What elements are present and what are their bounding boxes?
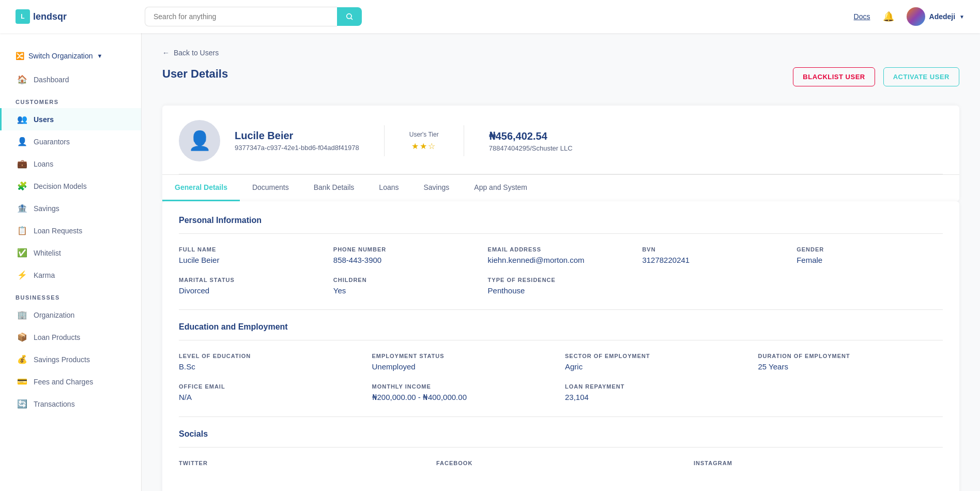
fees-charges-icon: 💳 <box>17 377 27 386</box>
sidebar-item-loan-requests[interactable]: 📋 Loan Requests <box>0 219 141 242</box>
tab-app-system[interactable]: App and System <box>462 175 540 201</box>
switch-org[interactable]: 🔀 Switch Organization ▼ <box>0 43 141 68</box>
info-value: Agric <box>565 362 750 371</box>
sidebar-item-users[interactable]: 👥 Users <box>0 108 141 130</box>
education-grid: LEVEL OF EDUCATION B.Sc EMPLOYMENT STATU… <box>179 353 943 402</box>
back-arrow-icon: ← <box>162 49 170 57</box>
svg-line-1 <box>351 18 353 20</box>
loan-requests-icon: 📋 <box>17 226 27 235</box>
avatar <box>907 7 925 26</box>
info-field-marital: MARITAL STATUS Divorced <box>179 277 325 295</box>
sidebar-item-organization[interactable]: 🏢 Organization <box>0 304 141 326</box>
tab-savings[interactable]: Savings <box>411 175 462 201</box>
switch-org-icon: 🔀 <box>16 52 24 60</box>
divider <box>384 125 385 156</box>
user-menu[interactable]: Adedeji ▼ <box>907 7 964 26</box>
sidebar-item-whitelist[interactable]: ✅ Whitelist <box>0 242 141 264</box>
sidebar-item-label: Fees and Charges <box>34 378 93 386</box>
info-value: N/A <box>179 393 364 401</box>
sidebar-item-karma[interactable]: ⚡ Karma <box>0 264 141 286</box>
info-label: MARITAL STATUS <box>179 277 325 283</box>
search-button[interactable] <box>337 7 362 26</box>
sidebar-item-savings[interactable]: 🏦 Savings <box>0 197 141 219</box>
sidebar-section-customers: CUSTOMERS <box>0 91 141 108</box>
info-label: GENDER <box>797 246 943 252</box>
balance-amount: ₦456,402.54 <box>489 130 573 142</box>
loan-products-icon: 📦 <box>17 332 27 342</box>
info-field-residence: TYPE OF RESIDENCE Penthouse <box>488 277 634 295</box>
sidebar-item-transactions[interactable]: 🔄 Transactions <box>0 393 141 415</box>
tier-stars: ★★☆ <box>409 141 439 151</box>
search-input[interactable] <box>145 7 337 26</box>
info-field-duration: DURATION OF EMPLOYMENT 25 Years <box>758 353 943 371</box>
logo: L lendsqr <box>16 9 119 24</box>
info-label: MONTHLY INCOME <box>372 383 557 390</box>
info-label: EMAIL ADDRESS <box>488 246 634 252</box>
sidebar-item-fees-charges[interactable]: 💳 Fees and Charges <box>0 370 141 393</box>
header-right: Docs 🔔 Adedeji ▼ <box>854 7 964 26</box>
info-field-twitter: TWITTER <box>179 460 428 469</box>
search-icon <box>345 12 354 21</box>
sidebar-item-label: Loans <box>34 160 53 168</box>
sidebar-item-guarantors[interactable]: 👤 Guarantors <box>0 130 141 153</box>
info-value: kiehn.kennedi@morton.com <box>488 256 634 264</box>
info-label: EMPLOYMENT STATUS <box>372 353 557 359</box>
sidebar-item-decision-models[interactable]: 🧩 Decision Models <box>0 175 141 197</box>
divider <box>464 125 464 156</box>
info-field-phone: PHONE NUMBER 858-443-3900 <box>333 246 480 264</box>
karma-icon: ⚡ <box>17 270 27 280</box>
sidebar-item-loan-products[interactable]: 📦 Loan Products <box>0 326 141 348</box>
savings-icon: 🏦 <box>17 203 27 213</box>
sidebar-item-label: Savings Products <box>34 355 90 364</box>
activate-user-button[interactable]: ACTIVATE USER <box>883 67 959 86</box>
sidebar-item-label: Loan Products <box>34 333 80 341</box>
info-field-income: MONTHLY INCOME ₦200,000.00 - ₦400,000.00 <box>372 383 557 402</box>
section-divider <box>179 416 943 417</box>
sidebar-item-label: Savings <box>34 204 59 213</box>
content-card: Personal Information FULL NAME Lucile Be… <box>162 201 959 491</box>
tab-bank-details[interactable]: Bank Details <box>301 175 367 201</box>
personal-info-grid: FULL NAME Lucile Beier PHONE NUMBER 858-… <box>179 246 943 295</box>
sidebar-item-label: Guarantors <box>34 138 70 146</box>
sidebar-item-label: Users <box>34 115 54 124</box>
info-label: FACEBOOK <box>436 460 685 466</box>
notification-bell-icon[interactable]: 🔔 <box>883 11 894 22</box>
info-label: LOAN REPAYMENT <box>565 383 750 390</box>
sidebar-item-savings-products[interactable]: 💰 Savings Products <box>0 348 141 370</box>
user-card-top: 👤 Lucile Beier 9377347a-c937-42e1-bbd6-f… <box>179 120 943 174</box>
socials-grid: TWITTER FACEBOOK INSTAGRAM <box>179 460 943 469</box>
balance-bank: 78847404295/Schuster LLC <box>489 144 573 152</box>
info-label: DURATION OF EMPLOYMENT <box>758 353 943 359</box>
tab-general-details[interactable]: General Details <box>162 175 240 201</box>
info-value: 23,104 <box>565 393 750 401</box>
search-bar <box>145 7 362 26</box>
info-label: FULL NAME <box>179 246 325 252</box>
whitelist-icon: ✅ <box>17 248 27 258</box>
docs-link[interactable]: Docs <box>854 12 870 21</box>
sidebar-item-label: Karma <box>34 271 55 279</box>
action-buttons: BLACKLIST USER ACTIVATE USER <box>793 67 959 86</box>
sidebar-item-dashboard[interactable]: 🏠 Dashboard <box>0 68 141 91</box>
sidebar-item-label: Transactions <box>34 400 75 408</box>
decision-models-icon: 🧩 <box>17 181 27 191</box>
back-button[interactable]: ← Back to Users <box>162 49 219 57</box>
sidebar-item-loans[interactable]: 💼 Loans <box>0 153 141 175</box>
chevron-down-icon: ▼ <box>97 53 103 59</box>
info-field-gender: GENDER Female <box>797 246 943 264</box>
sidebar-item-label: Whitelist <box>34 249 61 257</box>
tab-documents[interactable]: Documents <box>240 175 301 201</box>
tabs: General Details Documents Bank Details L… <box>162 174 959 201</box>
logo-text: lendsqr <box>33 11 67 22</box>
info-field-emp-status: EMPLOYMENT STATUS Unemployed <box>372 353 557 371</box>
info-value: Lucile Beier <box>179 256 325 264</box>
blacklist-user-button[interactable]: BLACKLIST USER <box>793 67 875 86</box>
info-label: PHONE NUMBER <box>333 246 480 252</box>
info-value: Divorced <box>179 286 325 295</box>
info-field-facebook: FACEBOOK <box>436 460 685 469</box>
info-label: TYPE OF RESIDENCE <box>488 277 634 283</box>
socials-title: Socials <box>179 429 943 448</box>
tab-loans[interactable]: Loans <box>366 175 411 201</box>
logo-icon: L <box>16 9 30 24</box>
app-header: L lendsqr Docs 🔔 Adedeji ▼ <box>0 0 980 33</box>
chevron-down-icon: ▼ <box>959 14 964 20</box>
